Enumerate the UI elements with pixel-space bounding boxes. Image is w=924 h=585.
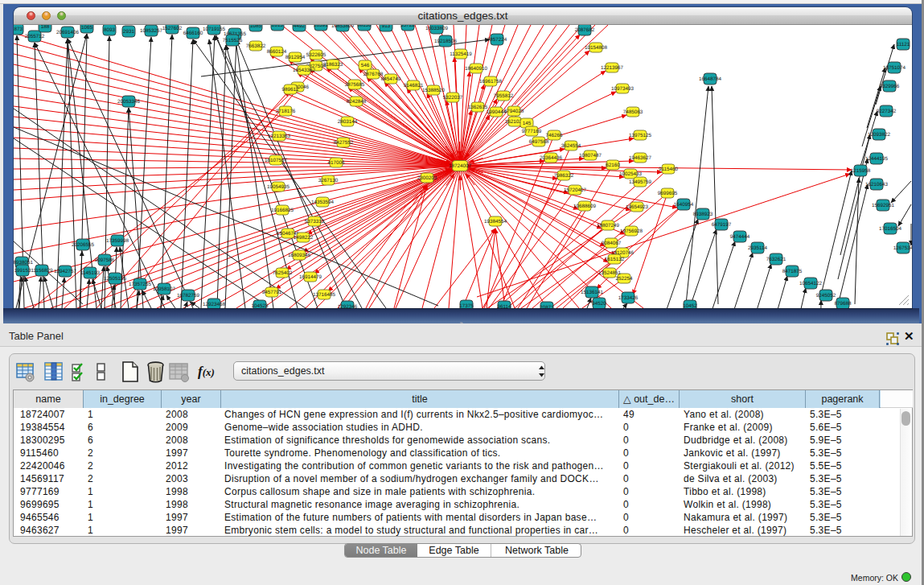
svg-text:2300203: 2300203 [417,175,437,181]
svg-text:8660124: 8660124 [267,49,287,55]
svg-text:11156829: 11156829 [31,268,53,274]
svg-text:13524851: 13524851 [598,270,622,276]
svg-text:9115460: 9115460 [659,167,679,172]
svg-text:88130: 88130 [357,25,372,28]
svg-text:12213363: 12213363 [268,134,291,139]
svg-text:18807249: 18807249 [597,223,620,229]
svg-text:19463627: 19463627 [629,155,652,161]
svg-text:7663822: 7663822 [246,43,266,49]
svg-text:2718176: 2718176 [276,109,296,114]
svg-text:15388520: 15388520 [422,88,446,93]
svg-text:1267534: 1267534 [893,245,912,251]
svg-text:96114: 96114 [497,304,511,308]
svg-text:17375: 17375 [459,303,474,308]
svg-text:16648784: 16648784 [699,76,722,82]
svg-text:7632621: 7632621 [766,257,786,262]
svg-text:145: 145 [523,121,532,126]
svg-text:15136141: 15136141 [581,290,604,295]
svg-text:188: 188 [41,25,50,30]
svg-text:1498222: 1498222 [294,235,314,241]
svg-text:11325419: 11325419 [450,51,472,57]
svg-text:10654122: 10654122 [799,281,823,286]
svg-text:12213967: 12213967 [601,65,624,71]
svg-text:20391: 20391 [314,25,328,28]
svg-text:19654923: 19654923 [626,204,649,210]
svg-text:8242848: 8242848 [347,99,367,105]
svg-text:10807487: 10807487 [579,153,602,159]
svg-text:3624554: 3624554 [561,143,581,149]
svg-text:1215958: 1215958 [851,168,871,174]
svg-text:7515526: 7515526 [223,38,243,43]
svg-text:2055712: 2055712 [25,34,45,39]
svg-text:6497568: 6497568 [529,139,549,145]
svg-text:5373312: 5373312 [305,219,325,225]
svg-text:5322037: 5322037 [443,95,463,101]
svg-text:199153: 199153 [14,268,31,274]
svg-text:20871: 20871 [540,305,554,308]
svg-text:9146821: 9146821 [404,83,424,89]
svg-text:20691406: 20691406 [56,30,80,35]
svg-text:13495759: 13495759 [629,179,652,185]
svg-text:746266: 746266 [545,133,563,138]
svg-text:18724007: 18724007 [449,163,472,169]
svg-text:14353594: 14353594 [311,200,335,205]
svg-text:7625402: 7625402 [273,270,293,276]
svg-text:20053346: 20053346 [117,99,141,105]
svg-text:13716485: 13716485 [313,292,336,298]
svg-text:8186323: 8186323 [323,62,343,68]
svg-text:1085: 1085 [250,25,262,29]
svg-text:10853257: 10853257 [140,28,163,34]
svg-text:1873: 1873 [14,27,23,32]
svg-text:2087682: 2087682 [575,27,595,33]
svg-text:10025433: 10025433 [619,171,643,177]
svg-text:12942757: 12942757 [54,269,77,274]
svg-text:7857224: 7857224 [487,37,507,43]
svg-text:16914479: 16914479 [299,274,322,280]
svg-text:913: 913 [382,25,391,29]
svg-text:6466160: 6466160 [183,31,203,36]
svg-text:8427552: 8427552 [334,140,354,146]
svg-text:11121: 11121 [897,42,910,47]
svg-text:9227342: 9227342 [877,109,897,114]
svg-text:417006: 417006 [327,160,345,166]
svg-text:20206555: 20206555 [72,242,95,248]
svg-text:16782759: 16782759 [177,293,200,299]
svg-text:6794028: 6794028 [504,109,524,114]
svg-text:16033809: 16033809 [425,26,449,31]
svg-text:879688: 879688 [834,301,852,307]
svg-text:16210643: 16210643 [865,182,889,187]
svg-text:7986322: 7986322 [554,173,574,179]
svg-text:9245052: 9245052 [816,293,836,299]
svg-text:10688609: 10688609 [573,204,597,209]
svg-text:12444195: 12444195 [865,156,889,162]
svg-text:5322605: 5322605 [306,52,326,58]
svg-text:3267130: 3267130 [318,178,339,183]
svg-text:15720407: 15720407 [564,187,587,193]
svg-text:15692951: 15692951 [872,203,895,208]
svg-text:19218506: 19218506 [434,39,458,44]
svg-text:10853809: 10853809 [331,25,355,29]
svg-text:9699695: 9699695 [658,191,678,196]
svg-text:1733426: 1733426 [618,295,639,301]
svg-text:13975125: 13975125 [629,133,652,138]
svg-text:1145193: 1145193 [80,270,101,276]
svg-text:19384554: 19384554 [484,219,507,225]
svg-text:2013: 2013 [272,25,284,28]
svg-text:19054935: 19054935 [267,184,290,190]
svg-text:18640910: 18640910 [465,66,488,72]
svg-text:1527602: 1527602 [162,26,183,31]
svg-text:16809346: 16809346 [288,253,311,258]
svg-text:2935114: 2935114 [748,245,768,251]
svg-text:19166825: 19166825 [271,208,294,213]
svg-text:1640954: 1640954 [674,202,694,208]
svg-text:8454749: 8454749 [381,76,401,82]
svg-text:16961758: 16961758 [479,79,503,84]
svg-text:7485063: 7485063 [623,109,643,115]
svg-text:9457791: 9457791 [262,290,282,295]
svg-text:9474444: 9474444 [730,234,750,240]
svg-text:94520: 94520 [592,301,606,307]
svg-text:10719155: 10719155 [203,27,226,32]
svg-text:35722: 35722 [400,25,415,28]
svg-text:252254: 252254 [615,276,633,282]
svg-text:9329966: 9329966 [880,84,900,89]
